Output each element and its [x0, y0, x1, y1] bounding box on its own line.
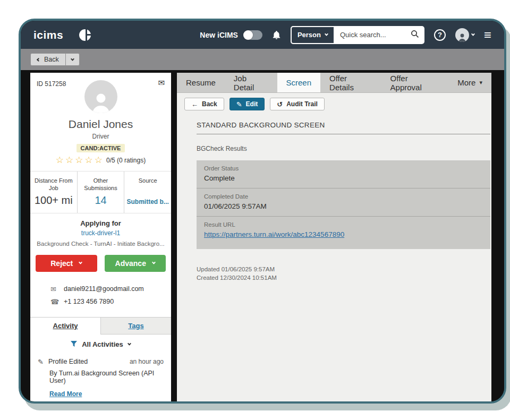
action-buttons: Reject Advance [30, 250, 171, 278]
tab-job-detail[interactable]: Job Detail [225, 73, 277, 92]
applying-for-section: Applying for truck-driver-l1 Background … [30, 213, 171, 250]
tab-tags[interactable]: Tags [101, 318, 171, 335]
back-button[interactable]: Back [30, 53, 66, 66]
help-icon[interactable]: ? [434, 29, 446, 41]
stats-row: Distance From Job 100+ mi Other Submissi… [30, 171, 171, 213]
candidate-phone[interactable]: +1 123 456 7890 [64, 298, 114, 305]
activity-title: Profile Edited [48, 358, 88, 365]
applying-for-label: Applying for [32, 219, 169, 227]
edit-button-label: Edit [246, 100, 258, 108]
back-dropdown-button[interactable] [66, 53, 80, 66]
pie-logo-icon [79, 29, 91, 41]
activity-by: By Turn.ai Background Screen (API User) [49, 370, 164, 384]
caret-down-icon: ▾ [479, 79, 482, 86]
result-url-link[interactable]: https://partners.turn.ai/work/abc1234567… [204, 230, 483, 238]
star-icon: ☆ [95, 156, 103, 165]
tab-offer-details[interactable]: Offer Details [320, 73, 381, 92]
field-result-url: Result URL https://partners.turn.ai/work… [197, 216, 490, 249]
advance-button[interactable]: Advance [105, 255, 166, 272]
stat-distance: Distance From Job 100+ mi [30, 172, 77, 213]
stat-value-link[interactable]: Submitted b... [126, 198, 169, 205]
content-region: ID 517258 ✉ Daniel Jones Driver CAND:ACT… [21, 70, 504, 401]
activity-time: an hour ago [130, 358, 164, 365]
activity-filter[interactable]: All Activities [30, 335, 171, 353]
subsection-label: BGCheck Results [197, 145, 491, 152]
app-header: icims New iCIMS Person [21, 21, 504, 49]
edit-button[interactable]: ✎ Edit [230, 98, 265, 110]
candidate-sidebar: ID 517258 ✉ Daniel Jones Driver CAND:ACT… [30, 73, 171, 401]
tab-more-label: More [457, 78, 475, 87]
profile-tabs: Resume Job Detail Screen Offer Details O… [177, 73, 491, 93]
chevron-down-icon [471, 32, 475, 36]
field-value: 01/06/2025 9:57AM [204, 202, 483, 210]
back-button-label: Back [44, 56, 59, 63]
new-icims-toggle-group: New iCIMS [200, 30, 262, 40]
icims-logo: icims [33, 29, 63, 41]
candidate-job-title: Driver [30, 133, 171, 140]
user-menu[interactable] [455, 28, 474, 42]
secondary-toolbar: Back [21, 49, 504, 70]
stat-value-link[interactable]: 14 [80, 194, 122, 207]
field-label: Order Status [204, 165, 483, 172]
subscribe-envelope-icon[interactable]: ✉ [158, 78, 165, 88]
person-filter-dropdown[interactable]: Person [291, 26, 335, 44]
bell-icon[interactable] [272, 30, 281, 40]
chevron-down-icon [325, 32, 328, 36]
reject-button[interactable]: Reject [36, 255, 97, 272]
contact-section: ✉ daniel9211@goodmail.com ☎ +1 123 456 7… [30, 278, 171, 312]
search-icon[interactable] [411, 30, 419, 40]
activity-list: ✎ Profile Edited an hour ago By Turn.ai … [30, 353, 171, 401]
search-segment [335, 26, 424, 44]
menu-icon[interactable]: ≡ [484, 29, 491, 41]
stat-label: Source [126, 177, 169, 192]
read-more-link[interactable]: Read More [49, 390, 82, 398]
profile-header: ID 517258 ✉ [30, 73, 171, 113]
activity-item: ✎ Profile Edited an hour ago By Turn.ai … [30, 353, 171, 401]
created-timestamp: Created 12/30/2024 10:51AM [197, 273, 491, 282]
history-icon: ↺ [277, 101, 283, 108]
search-input[interactable] [340, 31, 406, 39]
advance-button-label: Advance [115, 259, 146, 268]
screen-back-label: Back [202, 100, 217, 108]
pencil-icon: ✎ [236, 101, 242, 108]
tab-resume[interactable]: Resume [177, 73, 225, 92]
toggle-knob [243, 30, 253, 40]
field-label: Result URL [204, 221, 483, 228]
activity-item-header: ✎ Profile Edited an hour ago [38, 358, 164, 366]
chevron-down-icon [79, 261, 82, 264]
candidate-email[interactable]: daniel9211@goodmail.com [64, 285, 144, 293]
stat-submissions: Other Submissions 14 [77, 172, 124, 213]
audit-trail-label: Audit Trail [286, 100, 318, 108]
star-icon: ☆ [85, 156, 93, 165]
tab-more[interactable]: More ▾ [448, 73, 491, 92]
new-icims-toggle[interactable] [243, 30, 262, 40]
applying-for-job-link[interactable]: truck-driver-l1 [32, 229, 169, 237]
funnel-icon [71, 341, 77, 347]
tab-screen[interactable]: Screen [277, 73, 321, 92]
tab-offer-approval[interactable]: Offer Approval [381, 73, 449, 92]
chevron-down-icon [152, 261, 156, 264]
rating-row[interactable]: ☆ ☆ ☆ ☆ ☆ 0/5 (0 ratings) [30, 156, 171, 165]
email-icon: ✉ [50, 285, 58, 293]
star-icon: ☆ [56, 156, 64, 165]
candidate-name: Daniel Jones [30, 118, 171, 131]
updated-timestamp: Updated 01/06/2025 9:57AM [197, 265, 491, 273]
stat-source: Source Submitted b... [124, 172, 171, 213]
stat-label: Distance From Job [32, 177, 75, 192]
field-value: Complete [204, 174, 483, 182]
person-filter-label: Person [298, 31, 321, 39]
email-row: ✉ daniel9211@goodmail.com [50, 285, 171, 293]
edit-note-icon: ✎ [38, 358, 44, 366]
rating-text: 0/5 (0 ratings) [106, 157, 146, 164]
tab-activity[interactable]: Activity [30, 318, 101, 335]
field-completed-date: Completed Date 01/06/2025 9:57AM [197, 188, 490, 216]
screen-back-button[interactable]: ← Back [184, 98, 224, 110]
record-meta: Updated 01/06/2025 9:57AM Created 12/30/… [197, 265, 491, 282]
bgcheck-results-panel: Order Status Complete Completed Date 01/… [197, 160, 490, 249]
back-split-button: Back [30, 53, 80, 66]
audit-trail-button[interactable]: ↺ Audit Trail [270, 98, 325, 110]
status-badge-row: CAND:ACTIVE [30, 144, 171, 152]
chevron-left-icon [37, 57, 40, 61]
back-arrow-icon: ← [191, 101, 198, 108]
phone-icon: ☎ [50, 298, 58, 306]
